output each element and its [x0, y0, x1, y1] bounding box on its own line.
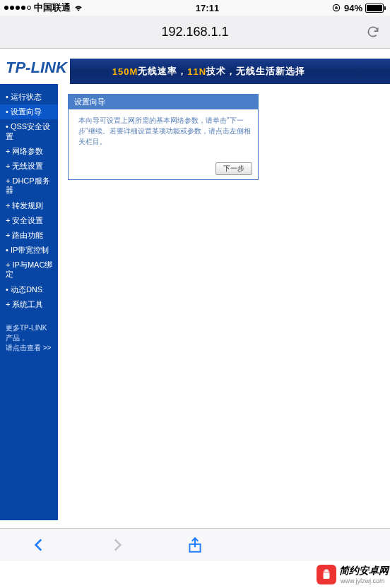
sidebar-item-0[interactable]: 运行状态: [0, 90, 58, 104]
battery-icon: [365, 4, 386, 13]
sidebar-item-4[interactable]: 无线设置: [0, 159, 58, 174]
next-step-button[interactable]: 下一步: [215, 162, 252, 175]
sidebar-item-11[interactable]: 动态DNS: [0, 282, 58, 297]
signal-dots-icon: [4, 6, 31, 10]
router-header: TP-LINK 150M 无线速率， 11N 技术，无线生活新选择: [0, 49, 390, 84]
tplink-logo: TP-LINK: [0, 59, 70, 84]
main-content: 设置向导 本向导可设置上网所需的基本网络参数，请单击"下一步"继续。若要详细设置…: [58, 84, 390, 520]
carrier-label: 中国联通: [34, 1, 71, 14]
site-badge: 简约安卓网 www.jylzwj.com: [317, 565, 389, 584]
wifi-icon: [73, 3, 83, 13]
svg-point-3: [328, 570, 329, 571]
browser-address-bar[interactable]: 192.168.1.1: [0, 16, 390, 49]
sidebar-item-3[interactable]: 网络参数: [0, 144, 58, 159]
webview-content: TP-LINK 150M 无线速率， 11N 技术，无线生活新选择 运行状态设置…: [0, 49, 390, 520]
url-label: 192.168.1.1: [161, 25, 228, 40]
sidebar-item-12[interactable]: 系统工具: [0, 297, 58, 312]
watermark-url: www.jylzwj.com: [341, 577, 389, 584]
header-banner: 150M 无线速率， 11N 技术，无线生活新选择: [70, 59, 390, 84]
setup-wizard-panel: 设置向导 本向导可设置上网所需的基本网络参数，请单击"下一步"继续。若要详细设置…: [68, 94, 259, 180]
sidebar-item-5[interactable]: DHCP服务器: [0, 174, 58, 198]
back-button[interactable]: [30, 536, 48, 554]
sidebar-promo[interactable]: 更多TP-LINK产品， 请点击查看 >>: [0, 312, 58, 356]
sidebar-nav: 运行状态设置向导QSS安全设置网络参数无线设置DHCP服务器转发规则安全设置路由…: [0, 84, 58, 520]
svg-point-0: [333, 4, 339, 11]
forward-button[interactable]: [108, 536, 126, 554]
svg-point-2: [324, 570, 325, 571]
sidebar-item-1[interactable]: 设置向导: [0, 104, 58, 119]
panel-body-text: 本向导可设置上网所需的基本网络参数，请单击"下一步"继续。若要详细设置某项功能或…: [69, 109, 258, 160]
watermark-name: 简约安卓网: [339, 565, 389, 577]
sidebar-item-9[interactable]: IP带宽控制: [0, 243, 58, 258]
ios-statusbar: 中国联通 17:11 94%: [0, 0, 390, 16]
browser-toolbar: [0, 528, 390, 561]
sidebar-item-2[interactable]: QSS安全设置: [0, 119, 58, 143]
sidebar-item-6[interactable]: 转发规则: [0, 198, 58, 213]
panel-title: 设置向导: [69, 95, 258, 109]
sidebar-item-10[interactable]: IP与MAC绑定: [0, 258, 58, 282]
sidebar-item-8[interactable]: 路由功能: [0, 228, 58, 243]
rotation-lock-icon: [331, 3, 341, 13]
battery-pct-label: 94%: [344, 3, 362, 13]
reload-icon[interactable]: [366, 25, 380, 39]
share-button[interactable]: [186, 536, 204, 554]
clock-label: 17:11: [196, 3, 219, 13]
sidebar-item-7[interactable]: 安全设置: [0, 213, 58, 228]
watermark-strip: 简约安卓网 www.jylzwj.com: [0, 561, 390, 588]
android-icon: [317, 565, 336, 584]
